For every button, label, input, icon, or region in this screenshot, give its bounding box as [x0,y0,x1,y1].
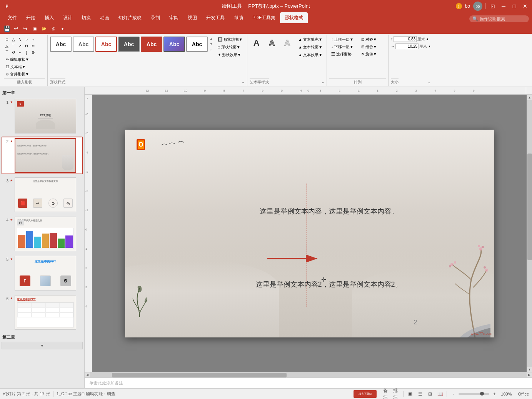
art-text-2[interactable]: A [265,36,279,50]
red-arrow[interactable] [267,253,325,265]
horiz-thumb[interactable] [112,373,287,377]
shape-fill-btn[interactable]: 🔲 形状填充▼ [216,36,245,43]
move-up-btn[interactable]: ↑ 上移一层▼ [329,36,355,43]
circle-shape[interactable]: ○ [23,36,30,42]
search-input[interactable] [480,17,526,21]
style-sample-6[interactable]: Abc [163,37,185,52]
shape-9[interactable]: ⊂ [30,43,36,49]
tab-transitions[interactable]: 切换 [77,12,95,23]
width-input[interactable] [395,43,419,49]
edit-shape-btn[interactable]: ✏ 编辑形状▼ [4,56,31,63]
shape-styles-expand-btn[interactable]: ⌄ [242,80,245,84]
shape-7[interactable]: ↗ [17,43,23,49]
save-btn[interactable]: 💾 [3,25,11,32]
tab-developer[interactable]: 开发工具 [202,12,229,23]
ribbon-toggle-btn[interactable]: ⊡ [489,2,497,10]
hscroll-left-arrow[interactable]: ◀ [85,372,90,378]
shape-13[interactable]: } [23,49,30,55]
scroll-thumb[interactable] [527,154,532,260]
open-btn[interactable]: 📂 [40,25,48,32]
tab-help[interactable]: 帮助 [229,12,248,23]
ribbon-search[interactable]: 🔍 [469,15,529,22]
text-effect-btn[interactable]: ▲ 文本效果▼ [297,52,325,58]
customize-qa-btn[interactable]: ▾ [58,25,66,32]
zoom-track[interactable] [459,393,489,395]
minimize-btn[interactable]: ─ [500,2,507,10]
normal-view-btn[interactable]: ▣ [407,391,414,397]
shape-14[interactable]: ⚙ [30,49,36,55]
horiz-track[interactable] [90,372,527,378]
line-shape[interactable]: ╲ [17,36,23,42]
tab-review[interactable]: 审阅 [165,12,183,23]
close-btn[interactable]: ✕ [521,2,529,10]
tab-view[interactable]: 视图 [183,12,202,23]
style-sample-1[interactable]: Abc [50,37,72,52]
text-outline-btn[interactable]: ▲ 文本轮廓▼ [297,44,325,51]
redo-btn[interactable]: ↪ [22,25,29,32]
scroll-down-btn[interactable]: ▼ [209,42,213,47]
slide-thumb-1[interactable]: 1 ★ PPT成绩 O [2,97,83,135]
zoom-thumb[interactable] [480,392,484,396]
slide-thumb-6[interactable]: 6 ★ 这里是举例PPT [2,294,83,331]
user-avatar[interactable]: bo [473,2,482,11]
width-spinup[interactable]: ▲ [428,45,431,48]
tab-pdf[interactable]: PDF工具集 [248,12,280,23]
shape-6[interactable]: ⌒ [10,43,17,49]
shape-outline-btn[interactable]: □ 形状轮廓▼ [216,44,245,51]
scroll-down-arrow[interactable]: ▼ [527,367,532,372]
scroll-track[interactable] [527,100,532,367]
vertical-scrollbar[interactable]: ▲ ▼ [527,95,532,372]
triangle-shape[interactable]: △ [10,36,17,42]
art-text-expand-btn[interactable]: ⌄ [321,80,324,84]
scroll-up-btn[interactable]: ▲ [209,36,213,41]
tab-file[interactable]: 文件 [3,12,22,23]
art-text-1[interactable]: A [250,36,263,50]
zoom-slider[interactable]: - + [450,391,498,397]
notes-btn[interactable]: 备注 [383,391,390,397]
art-text-3[interactable]: A [280,36,294,50]
height-input[interactable] [394,36,417,42]
tab-record[interactable]: 录制 [146,12,165,23]
slide-thumb-4[interactable]: 4 ★ 这里是举例文本标题文件 🔲 [2,215,83,253]
merge-shape-btn[interactable]: ⊕ 合并形状▼ [4,71,31,78]
shape-12[interactable]: ⌁ [17,49,23,55]
new-btn[interactable]: ▣ [31,25,38,32]
shape-10[interactable]: ⌒ [4,49,10,55]
align-btn[interactable]: ⊡ 对齐▼ [359,36,379,43]
horizontal-scrollbar[interactable]: ◀ ▶ [85,372,532,377]
zoom-level[interactable]: 109% [501,392,512,396]
arrow-shape[interactable]: → [30,36,36,42]
slide-thumb-3[interactable]: 3 ★ 这里是举例文本标题文件 🟥 ↩ ⊙ ◎ [2,176,83,214]
shape-8[interactable]: ⊓ [23,43,30,49]
shape-11[interactable]: ↺ [10,49,17,55]
tab-animations[interactable]: 动画 [95,12,114,23]
print-btn[interactable]: 🖨 [49,25,57,32]
zoom-in-btn[interactable]: + [491,391,498,397]
tab-home[interactable]: 开始 [22,12,40,23]
undo-btn[interactable]: ↩ [12,25,20,32]
slide-text-2[interactable]: 这里是举例文本内容2，这里是举例文本内容2。 [256,280,402,289]
style-sample-3[interactable]: Abc [95,37,117,52]
slide-thumb-5[interactable]: 5 ★ 这里是举例PPT P ⚙ [2,254,83,292]
group-btn[interactable]: ⊞ 组合▼ [359,43,379,50]
tab-design[interactable]: 设计 [58,12,77,23]
slide-panel[interactable]: 第一章 1 ★ PPT成绩 O 2 ★ [0,87,85,388]
outline-view-btn[interactable]: ☰ [417,391,424,397]
height-spinup[interactable]: ▲ [426,37,429,41]
scroll-up-arrow[interactable]: ▲ [527,95,532,100]
rect-shape[interactable]: □ [4,36,10,42]
scroll-expand-btn[interactable]: ⌄ [209,47,213,52]
comments-btn[interactable]: 批注 [393,391,400,397]
shape-effect-btn[interactable]: ✦ 形状效果▼ [216,52,245,58]
tab-insert[interactable]: 插入 [40,12,58,23]
slide-text-1[interactable]: 这里是举例文本内容，这里是举例文本内容。 [260,207,398,216]
slide-thumb-2[interactable]: 2 ★ 这里是举例文本内容，这里是举例文本内容。 这里是举例文本内容2，这里是举… [2,137,83,174]
panel-scroll-down[interactable]: ▼ [2,342,83,349]
style-sample-4[interactable]: Abc [118,37,140,52]
style-sample-2[interactable]: Abc [73,37,94,52]
move-down-btn[interactable]: ↓ 下移一层▼ [329,43,355,50]
select-pane-btn[interactable]: ☰ 选择窗格 [329,51,355,58]
style-sample-5[interactable]: Abc [141,37,162,52]
shape-5[interactable]: △ [4,43,10,49]
hscroll-right-arrow[interactable]: ▶ [527,372,532,378]
